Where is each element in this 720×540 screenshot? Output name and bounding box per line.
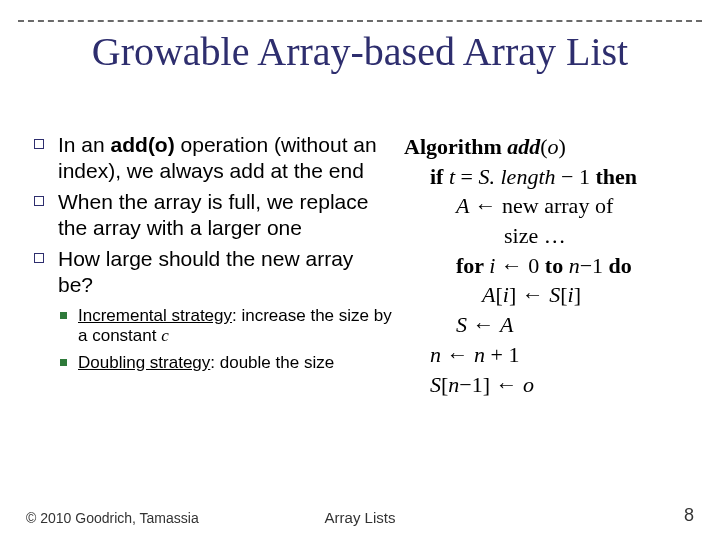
algo-line-5: A[i] ← S[i]: [404, 280, 690, 310]
algo-var-i: i: [489, 253, 501, 278]
sub-bullet-1-c: c: [161, 326, 169, 345]
algo-minus-1: −1: [580, 253, 609, 278]
main-bullet-list: In an add(o) operation (without an index…: [30, 132, 394, 298]
slide-title: Growable Array-based Array List: [0, 28, 720, 75]
algo-var-t: t: [449, 164, 461, 189]
algo-kw-algorithm: Algorithm: [404, 134, 507, 159]
algo-A2: A: [482, 282, 495, 307]
sub-bullet-list: Incremental strategy: increase the size …: [30, 306, 394, 374]
algo-arrow-7: ←: [447, 342, 475, 367]
algo-s-length: S. length: [479, 164, 562, 189]
algo-arrow-5: ←: [522, 282, 550, 307]
algo-line-2: A ← new array of: [404, 191, 690, 221]
algo-kw-then: then: [595, 164, 637, 189]
algo-kw-do: do: [609, 253, 632, 278]
bullet-1: In an add(o) operation (without an index…: [30, 132, 394, 183]
algo-n3: n: [474, 342, 491, 367]
sub-bullet-1-term: Incremental strategy: [78, 306, 232, 325]
algo-kw-if: if: [430, 164, 449, 189]
footer-page-number: 8: [684, 505, 694, 526]
slide: Growable Array-based Array List In an ad…: [0, 0, 720, 540]
algo-rbracket-2: ]: [574, 282, 581, 307]
algo-line-6: S ← A: [404, 310, 690, 340]
algo-name-add: add: [507, 134, 540, 159]
algo-line-8: S[n−1] ← o: [404, 370, 690, 400]
algo-line-1: if t = S. length − 1 then: [404, 162, 690, 192]
bullet-2: When the array is full, we replace the a…: [30, 189, 394, 240]
algo-o2: o: [523, 372, 534, 397]
algo-S2: S: [549, 282, 560, 307]
algo-line-0: Algorithm add(o): [404, 132, 690, 162]
algo-var-A: A: [456, 193, 475, 218]
algorithm-block: Algorithm add(o) if t = S. length − 1 th…: [400, 132, 690, 480]
bullet-1-pre: In an: [58, 133, 111, 156]
footer-topic: Array Lists: [0, 509, 720, 526]
bullet-1-bold: add(o): [111, 133, 175, 156]
algo-n4: n: [448, 372, 459, 397]
algo-kw-for: for: [456, 253, 489, 278]
algo-kw-to: to: [545, 253, 569, 278]
algo-close-paren: ): [559, 134, 566, 159]
algo-new-array: ← new array of: [475, 193, 614, 218]
algo-arrow-6: ←: [473, 312, 501, 337]
algo-line-4: for i ← 0 to n−1 do: [404, 251, 690, 281]
algo-minus-one: − 1: [561, 164, 595, 189]
sub-bullet-2-post: : double the size: [210, 353, 334, 372]
algo-lbracket-2: [: [560, 282, 567, 307]
algo-lbracket-1: [: [495, 282, 502, 307]
algo-minus-one-2: −1]: [459, 372, 495, 397]
sub-bullet-2-term: Doubling strategy: [78, 353, 210, 372]
algo-param-o: o: [548, 134, 559, 159]
algo-arrow-8: ←: [496, 372, 524, 397]
algo-S4: S: [430, 372, 441, 397]
algo-open-paren: (: [540, 134, 547, 159]
algo-S3: S: [456, 312, 473, 337]
algo-eq: =: [461, 164, 479, 189]
algo-line-3: size …: [404, 221, 690, 251]
algo-line-7: n ← n + 1: [404, 340, 690, 370]
algo-rbracket-1: ]: [509, 282, 522, 307]
algo-n2: n: [430, 342, 447, 367]
body: In an add(o) operation (without an index…: [30, 132, 690, 480]
algo-A3: A: [500, 312, 513, 337]
algo-var-n: n: [569, 253, 580, 278]
bullet-3: How large should the new array be?: [30, 246, 394, 297]
top-divider: [18, 20, 702, 22]
algo-assign-zero: ← 0: [501, 253, 545, 278]
sub-bullet-2: Doubling strategy: double the size: [30, 353, 394, 374]
sub-bullet-1: Incremental strategy: increase the size …: [30, 306, 394, 347]
left-column: In an add(o) operation (without an index…: [30, 132, 400, 480]
algo-plus-one: + 1: [491, 342, 520, 367]
